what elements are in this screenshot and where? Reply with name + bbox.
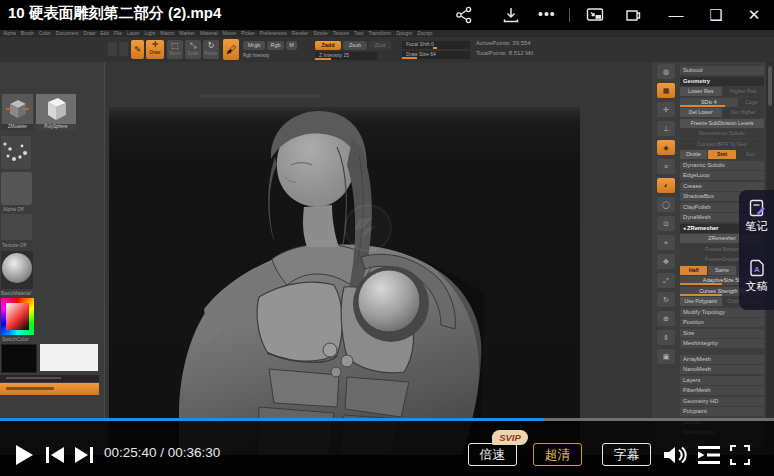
focal-shift-slider[interactable]: Focal Shift 0 xyxy=(402,41,470,49)
palette-section-geometry-hd[interactable]: Geometry HD xyxy=(680,397,764,406)
play-button[interactable] xyxy=(14,444,34,466)
transcript-button[interactable]: A 文稿 xyxy=(739,258,774,293)
brush-thumbnail[interactable]: ZModeler xyxy=(2,94,33,130)
lower-res-button[interactable]: Lower Res xyxy=(680,87,722,96)
menu-movie[interactable]: Movie xyxy=(223,30,236,37)
zoom-icon[interactable]: ⊕ xyxy=(657,311,675,326)
smt-button[interactable]: Smt xyxy=(708,150,735,159)
persp-icon[interactable]: ✛ xyxy=(657,102,675,117)
fullscreen-icon[interactable] xyxy=(730,445,750,465)
menu-zscript[interactable]: Zscript xyxy=(417,30,432,37)
scale-mode-button[interactable]: ⤡ Scale xyxy=(185,40,201,59)
close-button[interactable]: ✕ xyxy=(744,5,764,25)
scroll-icon[interactable]: ⇕ xyxy=(657,330,675,345)
floor-icon[interactable]: ⊥ xyxy=(657,121,675,136)
lightbox-button[interactable] xyxy=(108,42,117,56)
palette-section-polypaint[interactable]: Polypaint xyxy=(680,407,764,416)
palette-section-position[interactable]: Position xyxy=(680,318,764,327)
menu-light[interactable]: Light xyxy=(144,30,155,37)
palette-section-size[interactable]: Size xyxy=(680,329,764,338)
menu-macro[interactable]: Macro xyxy=(160,30,174,37)
menu-material[interactable]: Material xyxy=(200,30,218,37)
palette-section-nanomesh[interactable]: NanoMesh xyxy=(680,365,764,374)
use-polypaint-button[interactable]: Use Polypaint xyxy=(680,297,722,306)
del-lower-button[interactable]: Del Lower xyxy=(680,108,722,117)
tool-thumbnail[interactable]: PolySphere xyxy=(36,94,76,130)
sdiv-4-slider[interactable]: SDiv 4 xyxy=(680,98,738,107)
suv-button[interactable]: Suv xyxy=(737,150,764,159)
scale-icon[interactable]: ⤢ xyxy=(657,273,675,288)
menu-picker[interactable]: Picker xyxy=(241,30,255,37)
speed-button[interactable]: 倍速 xyxy=(468,443,517,466)
transp-icon[interactable]: ◐ xyxy=(657,178,675,193)
main-color-swatch[interactable] xyxy=(1,344,37,373)
polyframe-icon[interactable]: ▦ xyxy=(657,83,675,98)
cage-button[interactable]: Cage xyxy=(739,98,764,107)
color-picker[interactable] xyxy=(1,298,34,335)
download-icon[interactable] xyxy=(502,6,520,24)
zsub-button[interactable]: Zsub xyxy=(343,41,367,50)
half-button[interactable]: Half xyxy=(680,266,707,275)
next-button[interactable] xyxy=(74,447,93,463)
palette-section-edgeloop[interactable]: EdgeLoop xyxy=(680,171,764,180)
stroke-thumbnail[interactable] xyxy=(1,136,31,169)
rotate-icon[interactable]: ↻ xyxy=(657,292,675,307)
draw-size-slider[interactable]: Draw Size 64 xyxy=(402,51,470,59)
menu-draw[interactable]: Draw xyxy=(84,30,96,37)
palette-section-dynamic-subdiv[interactable]: Dynamic Subdiv xyxy=(680,161,764,170)
palette-section-fibermesh[interactable]: FiberMesh xyxy=(680,386,764,395)
move-icon[interactable]: ✥ xyxy=(657,254,675,269)
solo-icon[interactable]: ⊙ xyxy=(657,216,675,231)
menu-transform[interactable]: Transform xyxy=(368,30,391,37)
color-sv-square[interactable] xyxy=(6,303,29,330)
menu-render[interactable]: Render xyxy=(292,30,308,37)
rgb-button[interactable]: Rgb xyxy=(267,41,284,50)
actual-icon[interactable]: ▣ xyxy=(657,349,675,364)
menu-marker[interactable]: Marker xyxy=(179,30,195,37)
sculpt-viewport[interactable] xyxy=(109,107,580,455)
menu-zplugin[interactable]: Zplugin xyxy=(396,30,412,37)
material-thumbnail[interactable] xyxy=(1,251,33,289)
menu-alpha[interactable]: Alpha xyxy=(3,30,16,37)
convert-bpr-to-geo-button[interactable]: Convert BPR To Geo xyxy=(680,140,764,149)
z-intensity-slider[interactable]: Z Intensity 25 xyxy=(315,52,377,60)
menu-document[interactable]: Document xyxy=(56,30,79,37)
frame-icon[interactable]: ⌖ xyxy=(657,235,675,250)
current-brush-button[interactable]: 🖌 xyxy=(223,39,239,60)
previous-button[interactable] xyxy=(46,447,65,463)
alpha-thumbnail[interactable] xyxy=(1,172,32,205)
palette-section-meshintegrity[interactable]: MeshIntegrity xyxy=(680,339,764,348)
m-button[interactable]: M xyxy=(286,41,297,50)
rgb-intensity-label[interactable]: Rgb Intensity xyxy=(243,52,269,59)
tray-row-selected[interactable] xyxy=(0,383,99,395)
menu-preferences[interactable]: Preferences xyxy=(260,30,287,37)
mrgb-button[interactable]: Mrgb xyxy=(243,41,265,50)
menu-texture[interactable]: Texture xyxy=(333,30,349,37)
reconstruct-subdiv-button[interactable]: Reconstruct Subdiv xyxy=(680,129,764,138)
notes-button[interactable]: 笔记 xyxy=(739,198,774,233)
pip-icon[interactable] xyxy=(586,6,604,24)
menu-edit[interactable]: Edit xyxy=(100,30,109,37)
quality-button[interactable]: 超清 xyxy=(533,443,582,466)
higher-res-button[interactable]: Higher Res xyxy=(723,87,765,96)
menu-stroke[interactable]: Stroke xyxy=(313,30,327,37)
zcut-button[interactable]: Zcut xyxy=(369,41,391,50)
palette-section-layers[interactable]: Layers xyxy=(680,376,764,385)
menu-brush[interactable]: Brush xyxy=(21,30,34,37)
rotate-mode-button[interactable]: ↻ Rotate xyxy=(203,40,219,59)
volume-icon[interactable] xyxy=(663,445,687,465)
menu-tool[interactable]: Tool xyxy=(354,30,363,37)
zadd-button[interactable]: Zadd xyxy=(315,41,341,50)
local-icon[interactable]: ◈ xyxy=(657,140,675,155)
maximize-button[interactable]: ❑ xyxy=(706,5,726,25)
move-mode-button[interactable]: ⬚ Move xyxy=(167,40,183,59)
more-menu-icon[interactable]: ••• xyxy=(538,6,556,24)
lsym-icon[interactable]: ≡ xyxy=(657,159,675,174)
del-higher-button[interactable]: Del Higher xyxy=(723,108,765,117)
same-button[interactable]: Same xyxy=(708,266,735,275)
preview-sphere-icon[interactable]: ◍ xyxy=(657,64,675,79)
menu-color[interactable]: Color xyxy=(39,30,51,37)
progress-bar[interactable] xyxy=(0,418,774,421)
secondary-color-swatch[interactable] xyxy=(40,344,98,371)
palette-section-geometry[interactable]: Geometry xyxy=(680,77,764,86)
